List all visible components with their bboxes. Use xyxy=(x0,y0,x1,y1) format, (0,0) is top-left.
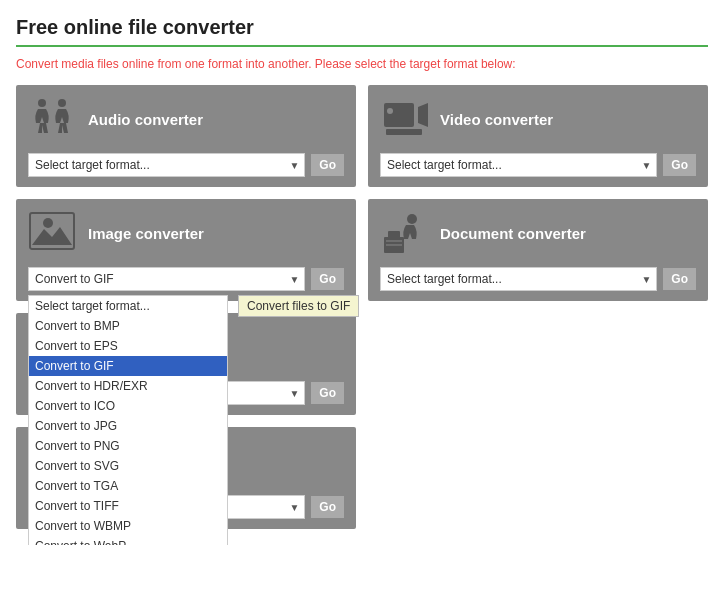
svg-point-4 xyxy=(387,108,393,114)
hash-go-button[interactable]: Go xyxy=(311,496,344,518)
video-card: Video converter Select target format... … xyxy=(368,85,708,187)
video-card-controls: Select target format... ▼ Go xyxy=(380,153,696,177)
dropdown-item-bmp[interactable]: Convert to BMP xyxy=(29,316,227,336)
svg-point-0 xyxy=(38,99,46,107)
svg-rect-10 xyxy=(388,231,400,239)
dropdown-item-png[interactable]: Convert to PNG xyxy=(29,436,227,456)
audio-icon xyxy=(28,95,76,143)
svg-rect-2 xyxy=(384,103,414,127)
document-format-select[interactable]: Select target format... xyxy=(380,267,657,291)
svg-point-1 xyxy=(58,99,66,107)
document-card-controls: Select target format... ▼ Go xyxy=(380,267,696,291)
audio-go-button[interactable]: Go xyxy=(311,154,344,176)
image-card-header: Image converter xyxy=(28,209,344,257)
page-title: Free online file converter xyxy=(16,16,708,39)
archive-go-button[interactable]: Go xyxy=(311,382,344,404)
dropdown-item-gif[interactable]: Convert to GIF xyxy=(29,356,227,376)
audio-card-header: Audio converter xyxy=(28,95,344,143)
audio-card-title: Audio converter xyxy=(88,111,203,128)
subtitle-post: below: xyxy=(478,57,516,71)
divider xyxy=(16,45,708,47)
document-card: Document converter Select target format.… xyxy=(368,199,708,301)
dropdown-item-tiff[interactable]: Convert to TIFF xyxy=(29,496,227,516)
dropdown-item-placeholder[interactable]: Select target format... xyxy=(29,296,227,316)
video-card-title: Video converter xyxy=(440,111,553,128)
svg-rect-5 xyxy=(386,129,422,135)
audio-card: Audio converter Select target format... … xyxy=(16,85,356,187)
audio-select-wrap: Select target format... ▼ xyxy=(28,153,305,177)
document-go-button[interactable]: Go xyxy=(663,268,696,290)
video-icon xyxy=(380,95,428,143)
svg-point-6 xyxy=(43,218,53,228)
dropdown-item-ico[interactable]: Convert to ICO xyxy=(29,396,227,416)
subtitle-pre: Convert media files online from one form… xyxy=(16,57,410,71)
video-card-header: Video converter xyxy=(380,95,696,143)
dropdown-item-wbmp[interactable]: Convert to WBMP xyxy=(29,516,227,536)
dropdown-item-jpg[interactable]: Convert to JPG xyxy=(29,416,227,436)
converter-grid: Audio converter Select target format... … xyxy=(16,85,708,529)
image-icon xyxy=(28,209,76,257)
document-card-header: Document converter xyxy=(380,209,696,257)
subtitle: Convert media files online from one form… xyxy=(16,57,708,71)
video-select-wrap: Select target format... ▼ xyxy=(380,153,657,177)
image-go-button[interactable]: Go xyxy=(311,268,344,290)
audio-format-select[interactable]: Select target format... xyxy=(28,153,305,177)
svg-marker-3 xyxy=(418,103,428,127)
dropdown-item-svg[interactable]: Convert to SVG xyxy=(29,456,227,476)
document-icon xyxy=(380,209,428,257)
video-format-select[interactable]: Select target format... xyxy=(380,153,657,177)
subtitle-highlight: target format xyxy=(410,57,478,71)
image-dropdown-list: Select target format... Convert to BMP C… xyxy=(28,295,228,545)
image-select-wrap: Convert to GIF ▼ Select target format...… xyxy=(28,267,305,291)
image-format-select[interactable]: Convert to GIF xyxy=(28,267,305,291)
document-select-wrap: Select target format... ▼ xyxy=(380,267,657,291)
audio-card-controls: Select target format... ▼ Go xyxy=(28,153,344,177)
image-card-controls: Convert to GIF ▼ Select target format...… xyxy=(28,267,344,291)
dropdown-item-eps[interactable]: Convert to EPS xyxy=(29,336,227,356)
svg-point-8 xyxy=(407,214,417,224)
document-card-title: Document converter xyxy=(440,225,586,242)
image-card: Image converter Convert to GIF ▼ Select … xyxy=(16,199,356,301)
video-go-button[interactable]: Go xyxy=(663,154,696,176)
gif-tooltip: Convert files to GIF xyxy=(238,295,359,317)
dropdown-item-webp[interactable]: Convert to WebP xyxy=(29,536,227,545)
image-card-title: Image converter xyxy=(88,225,204,242)
dropdown-item-hdr[interactable]: Convert to HDR/EXR xyxy=(29,376,227,396)
dropdown-item-tga[interactable]: Convert to TGA xyxy=(29,476,227,496)
